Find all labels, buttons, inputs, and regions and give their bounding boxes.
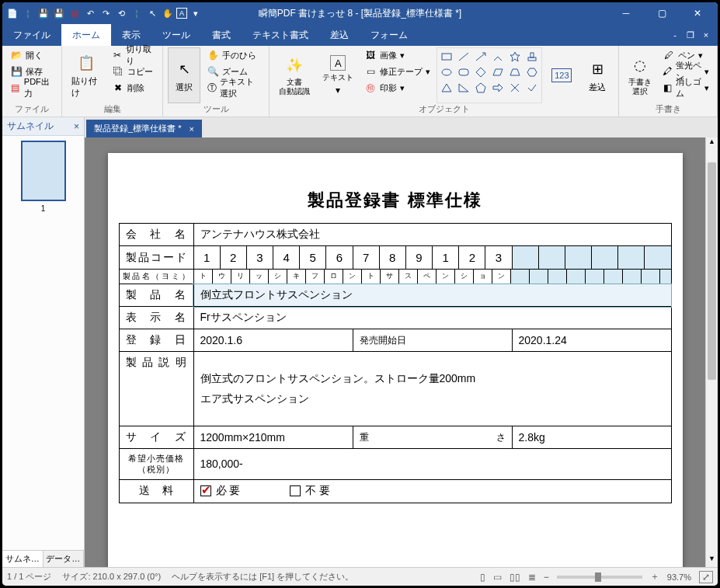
merge-ribbon-button[interactable]: ⊞ 差込 <box>581 47 614 103</box>
tab-form[interactable]: フォーム <box>360 24 419 46</box>
tab-view[interactable]: 表示 <box>111 24 151 46</box>
thumbnail-page-1[interactable] <box>21 141 66 201</box>
shape-arrow-right[interactable] <box>490 81 506 95</box>
svg-rect-0 <box>442 54 451 60</box>
maximize-button[interactable]: ▢ <box>645 4 679 23</box>
group-label-edit: 編集 <box>67 103 158 115</box>
lasso-icon: ◌ <box>629 54 651 76</box>
tab-tool[interactable]: ツール <box>151 24 201 46</box>
form-title: 製品登録書 標準仕様 <box>119 176 672 223</box>
status-two-page-icon[interactable]: ▯▯ <box>510 572 520 583</box>
shape-check[interactable] <box>524 81 540 95</box>
shape-pentagon[interactable] <box>473 81 489 95</box>
close-button[interactable]: ✕ <box>680 4 715 23</box>
status-expand-icon[interactable]: ⤢ <box>699 571 713 583</box>
mdi-restore[interactable]: ❐ <box>683 29 697 41</box>
cut-button[interactable]: ✂切り取り <box>109 47 158 63</box>
tab-file[interactable]: ファイル <box>2 24 61 46</box>
status-zoom-out[interactable]: − <box>544 572 549 583</box>
pdf-export-button[interactable]: ▤PDF出力 <box>7 80 57 96</box>
status-zoom-value[interactable]: 93.7% <box>667 572 691 582</box>
textbox-number-button[interactable]: 123 <box>545 47 578 103</box>
qat-redo-icon[interactable]: ↷ <box>99 6 113 20</box>
ship-required-checkbox[interactable] <box>200 485 211 496</box>
vertical-scrollbar[interactable]: ▲ ▼ <box>705 137 718 567</box>
hand-tool-button[interactable]: ✋手のひら <box>203 47 264 63</box>
qat-pointer-icon[interactable]: ↖ <box>145 6 159 20</box>
weight-label: 重 さ <box>353 426 512 449</box>
qat-text-icon[interactable]: A <box>176 8 187 19</box>
weight-value[interactable]: 2.8kg <box>512 426 671 449</box>
document-canvas[interactable]: 製品登録書 標準仕様 会 社 名 アンテナハウス株式会社 製品コード 12345… <box>85 137 705 567</box>
tab-home[interactable]: ホーム <box>61 24 111 46</box>
mdi-close[interactable]: × <box>699 29 713 41</box>
qat-app-icon[interactable]: 📄 <box>5 6 19 20</box>
company-value[interactable]: アンテナハウス株式会社 <box>193 224 671 246</box>
status-scroll-icon[interactable]: ≣ <box>528 572 536 583</box>
select-tool-button[interactable]: ↖ 選択 <box>168 47 200 103</box>
document-tab[interactable]: 製品登録_標準仕様書 * × <box>86 120 202 137</box>
shape-oval[interactable] <box>439 65 454 79</box>
status-fit-page-icon[interactable]: ▯ <box>480 572 485 583</box>
qat-undo-icon[interactable]: ↶ <box>83 6 97 20</box>
desc-value[interactable]: 倒立式のフロントサスペンション。ストローク量200mm エア式サスペンション <box>193 352 671 426</box>
stamp-button[interactable]: ㊞印影▾ <box>361 80 433 96</box>
status-fit-width-icon[interactable]: ▭ <box>493 572 502 583</box>
size-value[interactable]: 1200mm×210mm <box>193 426 353 449</box>
shape-oconnector[interactable] <box>490 50 506 64</box>
qat-pdf-icon[interactable]: ▤ <box>68 6 82 20</box>
name-value[interactable]: 倒立式フロントサスペンション <box>193 284 671 307</box>
side-tab-data[interactable]: データ… <box>43 551 85 567</box>
ship-options[interactable]: 必 要 不 要 <box>193 479 671 503</box>
delete-button[interactable]: ✖削除 <box>109 80 158 96</box>
qat-save-orange-icon[interactable]: 💾 <box>52 6 66 20</box>
status-zoom-in[interactable]: ＋ <box>650 570 659 583</box>
text-button[interactable]: A テキスト▾ <box>318 47 358 103</box>
eraser-button[interactable]: ◧消しゴム▾ <box>659 80 712 96</box>
qat-dropdown-icon[interactable]: ▾ <box>189 6 203 20</box>
shape-star[interactable] <box>507 50 523 64</box>
auto-detect-button[interactable]: ✨ 文書 自動認識 <box>274 47 315 103</box>
status-help: ヘルプを表示するには [F1] を押してください。 <box>172 571 353 583</box>
text-select-button[interactable]: Ⓣテキスト選択 <box>203 80 264 96</box>
open-button[interactable]: 📂開く <box>7 47 57 63</box>
tab-textformat[interactable]: テキスト書式 <box>242 24 319 46</box>
yomi-cells[interactable]: トウリッシキフロントサスペンション <box>193 270 671 284</box>
handwrite-select-button[interactable]: ◌ 手書き 選択 <box>624 47 656 103</box>
window-title: 瞬簡PDF 書けまっせ 8 - [製品登録_標準仕様書 *] <box>259 7 461 20</box>
image-button[interactable]: 🖼画像▾ <box>361 47 433 63</box>
shape-line[interactable] <box>456 50 471 64</box>
side-tab-thumbnail[interactable]: サムネ… <box>2 551 43 567</box>
correction-tape-button[interactable]: ▭修正テープ▾ <box>361 64 433 79</box>
shape-round-rect[interactable] <box>456 65 471 79</box>
ship-notrequired-checkbox[interactable] <box>290 485 301 496</box>
qat-hand-icon[interactable]: ✋ <box>161 6 175 20</box>
shape-diamond[interactable] <box>473 65 489 79</box>
mdi-minimize[interactable]: - <box>668 29 682 41</box>
tab-merge[interactable]: 差込 <box>319 24 360 46</box>
tab-format[interactable]: 書式 <box>201 24 242 46</box>
qat-save-icon[interactable]: 💾 <box>37 6 50 20</box>
shape-right-triangle[interactable] <box>456 81 471 95</box>
shape-arrow[interactable] <box>473 50 489 64</box>
shape-parallelogram[interactable] <box>490 65 506 79</box>
disp-value[interactable]: Frサスペンション <box>193 307 671 329</box>
minimize-button[interactable]: ─ <box>609 4 643 23</box>
document-tab-close[interactable]: × <box>189 124 193 134</box>
paste-button[interactable]: 📋 貼り付け <box>67 47 106 103</box>
shapes-gallery <box>437 47 542 103</box>
copy-button[interactable]: ⿻コピー <box>109 64 158 79</box>
thumbnail-close-icon[interactable]: × <box>74 121 79 132</box>
code-cells[interactable]: 123456789123 <box>193 246 671 270</box>
reg-value[interactable]: 2020.1.6 <box>193 329 353 352</box>
zoom-slider[interactable] <box>557 576 642 579</box>
shape-cross[interactable] <box>507 81 523 95</box>
shape-triangle[interactable] <box>439 81 454 95</box>
shape-stamp[interactable] <box>524 50 540 64</box>
shape-trapezoid[interactable] <box>507 65 523 79</box>
price-value[interactable]: 180,000- <box>193 449 671 480</box>
shape-hexagon[interactable] <box>524 65 540 79</box>
shape-rect[interactable] <box>439 50 454 64</box>
release-value[interactable]: 2020.1.24 <box>512 329 671 352</box>
qat-refresh-icon[interactable]: ⟲ <box>114 6 128 20</box>
